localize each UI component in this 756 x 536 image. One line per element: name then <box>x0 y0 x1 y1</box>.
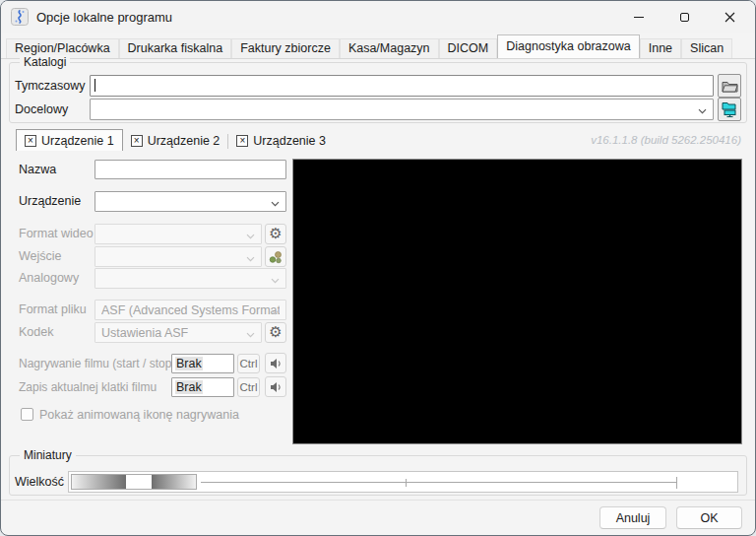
zapis-ctrl-button[interactable]: Ctrl <box>237 377 260 397</box>
tab-diagnostyka-obrazowa[interactable]: Diagnostyka obrazowa <box>497 34 639 58</box>
nazwa-label: Nazwa <box>19 163 56 176</box>
minimize-icon <box>634 17 644 18</box>
nagrywanie-sound-button[interactable] <box>265 353 286 373</box>
format-wideo-settings-button[interactable]: ⚙ <box>265 224 286 244</box>
zapis-label: Zapis aktualnej klatki filmu <box>19 380 157 394</box>
format-wideo-combobox <box>94 224 262 244</box>
slider-thumb[interactable] <box>71 474 197 490</box>
animated-icon-checkbox-label: Pokaż animowaną ikonę nagrywania <box>39 408 239 422</box>
cancel-button[interactable]: Anuluj <box>599 506 666 529</box>
text-caret <box>94 79 95 92</box>
maximize-icon <box>680 13 689 22</box>
wejscie-label: Wejście <box>19 249 62 263</box>
analogowy-label: Analogowy <box>19 271 79 285</box>
minimize-button[interactable] <box>616 1 662 33</box>
thumbnail-size-slider[interactable] <box>68 471 738 493</box>
analogowy-combobox <box>94 268 286 289</box>
thumb-gradient-right <box>152 475 196 489</box>
device-tab-label: Urządzenie 2 <box>148 134 220 148</box>
options-dialog: Opcje lokalne programu Region/Placówka D… <box>0 0 756 536</box>
thumb-gradient-left <box>72 475 126 489</box>
window-controls <box>616 1 752 33</box>
chevron-down-icon <box>246 327 255 341</box>
wielkosc-label: Wielkość <box>15 475 64 489</box>
maximize-button[interactable] <box>662 1 707 33</box>
device-tab-label: Urządzenie 1 <box>41 134 114 148</box>
urzadzenie-label: Urządzenie <box>19 194 81 208</box>
wejscie-connectors-button[interactable] <box>265 246 286 267</box>
thumb-gap <box>126 475 151 489</box>
tab-slican[interactable]: Slican <box>681 38 732 58</box>
tymczasowy-input[interactable] <box>90 75 714 97</box>
version-text: v16.1.1.8 (build 5262.250416) <box>591 134 741 146</box>
close-tab-icon: × <box>236 135 248 147</box>
app-icon <box>11 8 29 26</box>
chevron-down-icon <box>271 273 280 287</box>
animated-icon-checkbox[interactable] <box>21 408 33 421</box>
tab-dicom[interactable]: DICOM <box>439 38 498 58</box>
speaker-icon <box>270 358 283 369</box>
docelowy-combobox[interactable] <box>90 99 714 120</box>
main-tab-bar: Region/Placówka Drukarka fiskalna Faktur… <box>1 34 755 58</box>
format-wideo-label: Format wideo <box>19 227 94 240</box>
browse-network-button[interactable] <box>718 98 741 121</box>
slider-tick-middle <box>406 479 407 487</box>
tab-drukarka-fiskalna[interactable]: Drukarka fiskalna <box>119 38 232 58</box>
tab-urzadzenie-2[interactable]: × Urządzenie 2 <box>123 131 228 151</box>
ok-button[interactable]: OK <box>676 506 742 529</box>
slider-track <box>201 482 677 483</box>
zapis-sound-button[interactable] <box>265 376 286 397</box>
device-tab-label: Urządzenie 3 <box>253 134 326 148</box>
folder-icon <box>722 79 738 94</box>
docelowy-label: Docelowy <box>15 102 68 116</box>
tab-inne[interactable]: Inne <box>640 38 681 58</box>
kodek-label: Kodek <box>19 325 53 339</box>
device-tab-bar: × Urządzenie 1 × Urządzenie 2 × Urządzen… <box>16 129 334 151</box>
format-pliku-label: Format pliku <box>19 302 87 316</box>
titlebar: Opcje lokalne programu <box>1 1 755 33</box>
nagrywanie-ctrl-button[interactable]: Ctrl <box>237 354 260 373</box>
tab-urzadzenie-1[interactable]: × Urządzenie 1 <box>16 129 123 151</box>
gear-icon: ⚙ <box>269 227 282 241</box>
tab-strip-divider <box>1 58 755 59</box>
tab-urzadzenie-3[interactable]: × Urządzenie 3 <box>228 131 334 151</box>
chevron-down-icon <box>271 304 280 318</box>
chevron-down-icon <box>698 103 707 117</box>
footer-divider <box>1 500 755 501</box>
tab-faktury-zbiorcze[interactable]: Faktury zbiorcze <box>231 38 340 58</box>
chevron-down-icon <box>246 229 255 242</box>
speaker-icon <box>270 381 283 393</box>
slider-tick-end <box>676 477 677 489</box>
connectors-icon <box>269 250 283 264</box>
video-preview <box>292 159 742 444</box>
format-pliku-combobox: ASF (Advanced Systems Format) <box>94 300 286 320</box>
zapis-hotkey-input[interactable]: Brak <box>171 377 234 397</box>
close-icon <box>724 12 735 23</box>
wejscie-combobox <box>94 246 262 267</box>
close-tab-icon: × <box>131 135 143 147</box>
window-title: Opcje lokalne programu <box>36 10 172 25</box>
tymczasowy-label: Tymczasowy <box>15 79 86 93</box>
miniatury-legend: Miniatury <box>20 448 76 462</box>
nazwa-input[interactable] <box>94 160 286 179</box>
network-folder-icon <box>721 101 738 118</box>
nagrywanie-hotkey-input[interactable]: Brak <box>171 354 234 373</box>
nagrywanie-label: Nagrywanie filmu (start / stop) <box>19 357 175 370</box>
urzadzenie-combobox[interactable] <box>94 191 286 212</box>
close-button[interactable] <box>707 1 752 33</box>
gear-icon: ⚙ <box>269 325 282 340</box>
kodek-settings-button[interactable]: ⚙ <box>265 322 286 343</box>
chevron-down-icon <box>246 251 255 265</box>
tab-kasa-magazyn[interactable]: Kasa/Magazyn <box>340 38 439 58</box>
close-tab-icon: × <box>25 135 36 147</box>
kodek-combobox: Ustawienia ASF <box>94 322 262 343</box>
browse-folder-button[interactable] <box>718 74 741 98</box>
chevron-down-icon <box>271 196 280 210</box>
katalogi-legend: Katalogi <box>20 55 70 69</box>
